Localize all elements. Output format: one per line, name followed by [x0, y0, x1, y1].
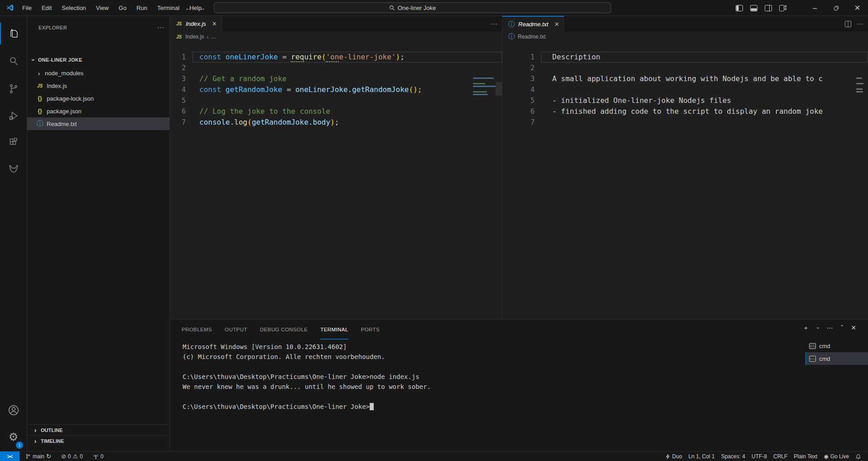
eol-status[interactable]: CRLF	[770, 451, 791, 461]
close-tab-icon[interactable]: ✕	[554, 21, 559, 28]
menu-run[interactable]: Run	[131, 2, 152, 14]
timeline-section[interactable]: › TIMELINE	[27, 435, 169, 446]
text-line[interactable]: 7	[502, 117, 868, 128]
panel-tab-output[interactable]: OUTPUT	[225, 320, 247, 340]
language-mode[interactable]: Plain Text	[791, 451, 820, 461]
breadcrumb-right[interactable]: ⓘ Readme.txt	[502, 32, 868, 42]
file-package-json[interactable]: {}package.json	[27, 105, 169, 117]
go-live-button[interactable]: ◉ Go Live	[820, 451, 852, 461]
text-line[interactable]: 3A small application about working with …	[502, 73, 868, 84]
editor-more-actions-icon[interactable]: ⋯	[857, 20, 863, 28]
menu-terminal[interactable]: Terminal	[152, 2, 184, 14]
text-editor-readme-txt[interactable]: 1Description23A small application about …	[502, 42, 868, 319]
nav-back-icon[interactable]: ←	[185, 4, 192, 12]
tab-index-js[interactable]: JS Index.js ✕	[170, 16, 222, 32]
terminal-line: Microsoft Windows [Version 10.0.22631.46…	[183, 342, 431, 352]
accounts-icon[interactable]	[0, 399, 27, 421]
maximize-panel-icon[interactable]: ⌃	[840, 324, 844, 332]
menu-edit[interactable]: Edit	[37, 2, 57, 14]
run-and-debug-icon[interactable]	[0, 105, 27, 126]
file-tree: ›node_modulesJSIndex.js{}package-lock.js…	[27, 67, 169, 130]
line-number: 6	[170, 106, 193, 117]
duo-status[interactable]: Duo	[662, 451, 685, 461]
close-panel-icon[interactable]: ✕	[851, 324, 856, 332]
code-line[interactable]: 2	[170, 63, 502, 73]
panel-tab-debug-console[interactable]: DEBUG CONSOLE	[260, 320, 308, 340]
problems-status[interactable]: ⊘ 0 ⚠ 0	[58, 451, 86, 461]
js-file-icon: JS	[175, 34, 183, 39]
file-index-js[interactable]: JSIndex.js	[27, 79, 169, 92]
remote-indicator[interactable]: ><	[0, 451, 19, 461]
source-control-icon[interactable]	[0, 78, 27, 100]
text-line[interactable]: 4	[502, 84, 868, 95]
search-sidebar-icon[interactable]	[0, 50, 27, 72]
info-file-icon: ⓘ	[508, 33, 515, 41]
broadcast-status[interactable]: 0	[90, 451, 107, 461]
command-center-search[interactable]: One-liner Joke	[214, 2, 611, 13]
gitlab-workflow-icon[interactable]	[0, 158, 27, 180]
menu-go[interactable]: Go	[114, 2, 131, 14]
close-window-button[interactable]: ✕	[847, 0, 868, 16]
terminal-instance-cmd[interactable]: C:\cmd	[805, 340, 868, 352]
file-package-lock-json[interactable]: {}package-lock.json	[27, 92, 169, 105]
panel-tab-ports[interactable]: PORTS	[361, 320, 380, 340]
new-terminal-icon[interactable]: ＋	[803, 324, 809, 332]
text-line[interactable]: 6- finished adding code to the script to…	[502, 106, 868, 117]
split-editor-icon[interactable]	[845, 21, 851, 27]
terminal-profile-chevron-icon[interactable]: ⌄	[816, 324, 820, 332]
project-folder-header[interactable]: › ONE-LINER JOKE	[27, 54, 169, 66]
settings-gear-icon[interactable]: ⚙ 1	[0, 426, 27, 448]
code-line[interactable]: 4const getRandomJoke = oneLinerJoke.getR…	[170, 84, 502, 95]
file-node-modules[interactable]: ›node_modules	[27, 67, 169, 79]
panel-more-actions-icon[interactable]: ⋯	[827, 324, 833, 332]
extensions-icon[interactable]	[0, 131, 27, 153]
info-file-icon: ⓘ	[36, 120, 43, 128]
indentation-status[interactable]: Spaces: 4	[718, 451, 748, 461]
minimize-button[interactable]: –	[804, 0, 825, 16]
chevron-down-icon: ›	[30, 57, 38, 63]
text-line[interactable]: 1Description	[502, 52, 868, 63]
nav-forward-icon[interactable]: →	[198, 4, 206, 12]
code-line[interactable]: 7console.log(getRandomJoke.body);	[170, 117, 502, 128]
explorer-more-actions-icon[interactable]: ⋯	[157, 24, 164, 32]
close-tab-icon[interactable]: ✕	[212, 20, 217, 27]
code-line[interactable]: 6// Log the joke to the console	[170, 106, 502, 117]
minimap[interactable]	[829, 78, 868, 319]
cursor-position[interactable]: Ln 1, Col 1	[685, 451, 718, 461]
tab-readme-txt[interactable]: ⓘ Readme.txt ✕	[502, 16, 564, 32]
menu-selection[interactable]: Selection	[57, 2, 91, 14]
line-text	[541, 117, 868, 128]
menu-file[interactable]: File	[17, 2, 37, 14]
editor-more-actions-icon[interactable]: ⋯	[491, 20, 497, 28]
menu-view[interactable]: View	[91, 2, 114, 14]
toggle-secondary-sidebar-icon[interactable]	[765, 5, 772, 11]
toggle-panel-icon[interactable]	[750, 5, 757, 11]
minimap-slider[interactable]	[496, 82, 502, 96]
terminal-instance-cmd[interactable]: C:\cmd	[805, 352, 868, 365]
broadcast-circle-icon: ◉	[824, 453, 828, 460]
panel-tab-problems[interactable]: PROBLEMS	[182, 320, 212, 340]
panel-tab-terminal[interactable]: TERMINAL	[320, 320, 348, 340]
explorer-icon[interactable]	[0, 23, 27, 44]
terminal-output[interactable]: Microsoft Windows [Version 10.0.22631.46…	[183, 342, 431, 412]
restore-button[interactable]	[825, 0, 847, 16]
text-line[interactable]: 2	[502, 63, 868, 73]
branch-status[interactable]: main ↻	[22, 451, 54, 461]
encoding-status[interactable]: UTF-8	[748, 451, 770, 461]
code-editor-index-js[interactable]: 1const oneLinerJoke = require('one-liner…	[170, 42, 502, 319]
customize-layout-icon[interactable]	[779, 5, 786, 11]
code-line[interactable]: 5	[170, 95, 502, 106]
terminal-line	[183, 362, 431, 372]
outline-section[interactable]: › OUTLINE	[27, 424, 169, 435]
errors-count: 0	[68, 453, 71, 460]
text-line[interactable]: 5- initialized One-liner-joke Nodejs fil…	[502, 95, 868, 106]
file-readme-txt[interactable]: ⓘReadme.txt	[27, 117, 169, 130]
toggle-primary-sidebar-icon[interactable]	[736, 5, 743, 11]
minimap[interactable]	[471, 78, 502, 319]
code-line[interactable]: 3// Get a random joke	[170, 73, 502, 84]
line-text: // Get a random joke	[193, 73, 502, 84]
breadcrumb-left[interactable]: JS Index.js › ...	[170, 32, 502, 42]
line-number: 5	[502, 95, 541, 106]
code-line[interactable]: 1const oneLinerJoke = require('one-liner…	[170, 52, 502, 63]
notifications-bell[interactable]	[852, 451, 864, 461]
